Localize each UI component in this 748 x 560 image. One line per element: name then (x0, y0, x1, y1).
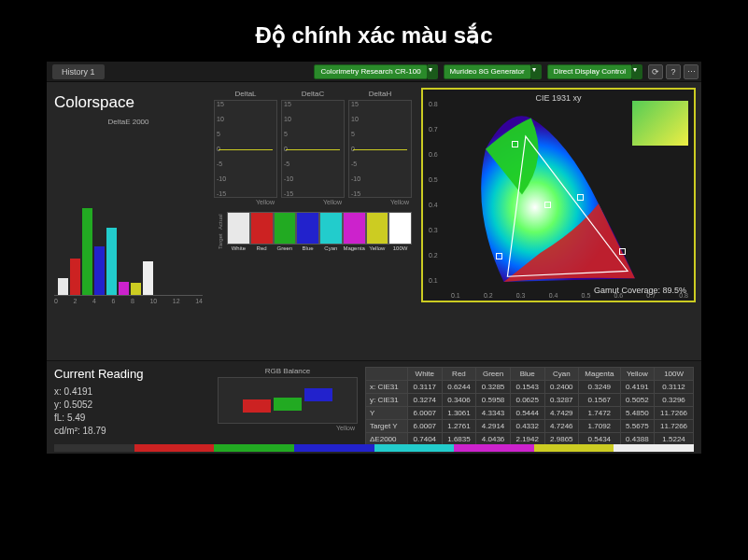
settings-icon[interactable]: ⋯ (684, 64, 699, 79)
color-strip (54, 444, 694, 452)
swatch-strip: ActualTarget WhiteRedGreenBlueCyanMagent… (214, 212, 412, 251)
deltaL-chart: DeltaL 151050-5-10-15 Yellow (214, 90, 277, 206)
colorspace-title: Colorspace (54, 93, 203, 112)
generator-button[interactable]: Murideo 8G Generator (444, 64, 531, 79)
cie-inset (632, 101, 688, 146)
page-heading: Độ chính xác màu sắc (0, 0, 748, 62)
dropdown-arrow-icon[interactable] (531, 64, 542, 79)
dropdown-arrow-icon[interactable] (632, 64, 642, 79)
display-control-button[interactable]: Direct Display Control (547, 64, 632, 79)
deltaC-chart: DeltaC 151050-5-10-15 Yellow (281, 90, 345, 206)
point-marker (619, 248, 626, 255)
colorimeter-button[interactable]: Colorimetry Research CR-100 (314, 64, 427, 79)
cie-chart: CIE 1931 xy 0.80.70.60.50.40.30.20.1 Gam… (421, 88, 696, 302)
measurement-table: WhiteRedGreenBlueCyanMagentaYellow100Wx:… (365, 367, 694, 448)
deltaH-chart: DeltaH 151050-5-10-15 Yellow (348, 90, 412, 206)
deltaE-x-ticks: 02468101214 (54, 296, 203, 306)
topbar: History 1 Colorimetry Research CR-100 Mu… (47, 62, 701, 82)
deltaE-chart-title: DeltaE 2000 (54, 118, 203, 126)
calibration-app: History 1 Colorimetry Research CR-100 Mu… (47, 62, 701, 454)
rgb-balance: RGB Balance Yellow (218, 367, 358, 448)
current-reading: Current Reading x: 0.4191 y: 0.5052 fL: … (54, 367, 218, 448)
refresh-icon[interactable]: ⟳ (648, 64, 663, 79)
deltaE-chart (54, 128, 203, 296)
point-marker (496, 253, 502, 259)
help-icon[interactable]: ? (666, 64, 681, 79)
dropdown-arrow-icon[interactable] (428, 64, 438, 79)
point-marker (577, 194, 584, 201)
point-marker (512, 141, 518, 147)
bottom-panel: Current Reading x: 0.4191 y: 0.5052 fL: … (47, 360, 701, 454)
history-tab[interactable]: History 1 (52, 64, 105, 79)
point-marker (544, 202, 551, 208)
